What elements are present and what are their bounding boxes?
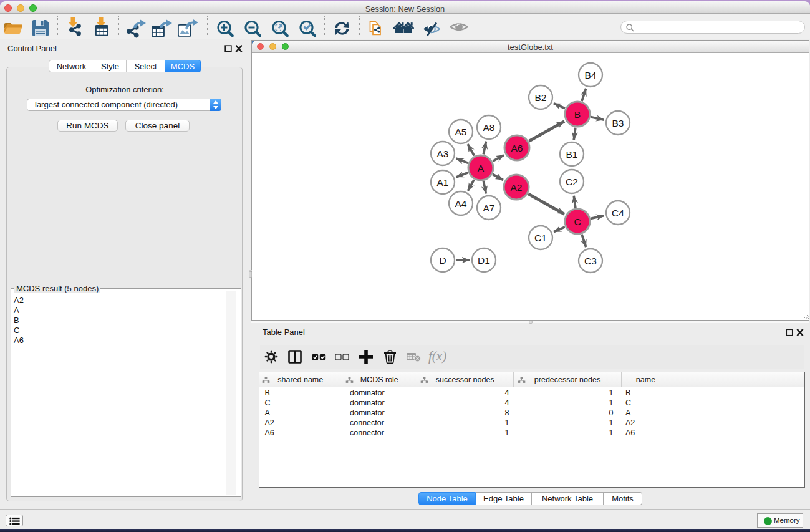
- svg-text:C2: C2: [566, 177, 578, 187]
- svg-text:A3: A3: [437, 148, 449, 159]
- svg-text:C4: C4: [612, 208, 624, 218]
- svg-text:A1: A1: [437, 177, 449, 188]
- svg-text:C3: C3: [584, 256, 597, 266]
- svg-text:C: C: [574, 216, 581, 227]
- svg-text:B: B: [574, 109, 581, 120]
- svg-text:B2: B2: [535, 92, 547, 103]
- svg-text:A5: A5: [455, 127, 467, 137]
- svg-text:A2: A2: [511, 182, 523, 193]
- svg-text:A6: A6: [511, 143, 523, 153]
- svg-text:D: D: [439, 255, 446, 266]
- svg-text:A: A: [478, 163, 485, 173]
- svg-text:B1: B1: [566, 149, 578, 160]
- svg-text:D1: D1: [478, 255, 490, 266]
- svg-text:C1: C1: [534, 233, 547, 243]
- svg-text:A7: A7: [483, 203, 495, 213]
- svg-text:B4: B4: [585, 70, 597, 80]
- svg-text:B3: B3: [612, 118, 624, 128]
- svg-text:A4: A4: [455, 198, 467, 209]
- svg-text:A8: A8: [483, 122, 495, 133]
